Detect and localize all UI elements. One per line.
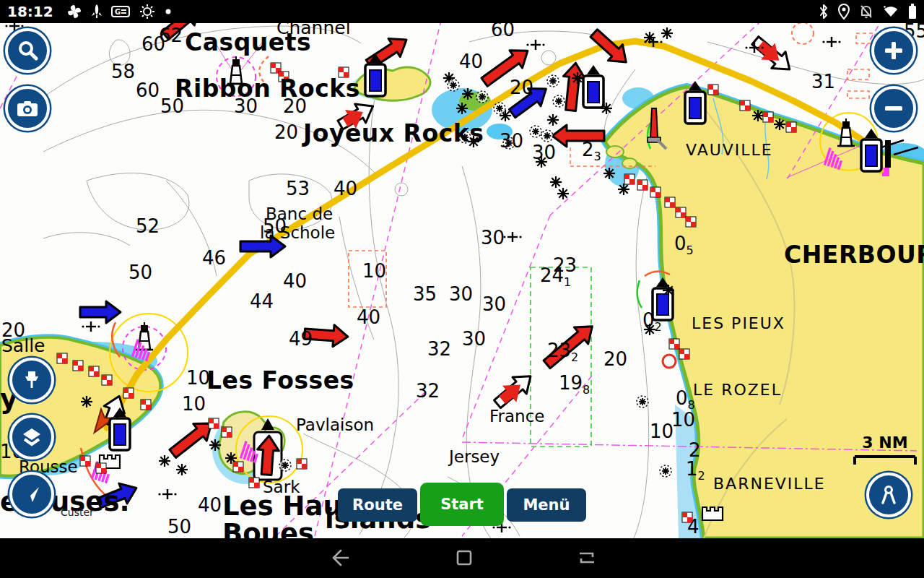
- current-arrow-blue: [95, 478, 140, 514]
- submerged-rock-icon: [448, 79, 459, 91]
- rock-icon: [225, 452, 237, 464]
- place-label: BARNEVILLE: [713, 475, 826, 492]
- depth-label: 10: [186, 367, 210, 389]
- depth-label: 30: [462, 328, 486, 350]
- layers-button[interactable]: [9, 415, 54, 460]
- marina-icon: [92, 462, 111, 483]
- locate-button[interactable]: [9, 472, 54, 517]
- danger-rock-icon: [80, 456, 90, 466]
- place-label: la Schole: [260, 224, 335, 241]
- depth-label: 30: [500, 130, 523, 152]
- rock-icon: [603, 168, 615, 179]
- rock-awash-icon: [745, 43, 763, 53]
- recents-icon[interactable]: [575, 545, 599, 570]
- danger-rock-icon: [786, 122, 796, 132]
- depth-label: 40: [198, 494, 222, 516]
- zoom-in-button[interactable]: [871, 28, 916, 73]
- danger-rock-icon: [209, 418, 219, 428]
- depth-label: 35: [413, 283, 437, 305]
- submerged-rock-icon: [637, 396, 648, 407]
- search-button[interactable]: [5, 28, 50, 73]
- landmasses: [0, 67, 924, 538]
- rock-icon: [550, 176, 562, 188]
- route-button[interactable]: Route: [338, 488, 417, 522]
- rock-icon: [443, 72, 455, 84]
- danger-rock-icon: [102, 375, 112, 385]
- place-label: Pavlaison: [296, 416, 374, 434]
- depth-label: 08: [676, 387, 695, 412]
- submerged-rock-icon: [279, 460, 291, 471]
- topmark-icon: [261, 418, 274, 430]
- rock-icon: [547, 114, 559, 126]
- current-arrow-blue: [506, 80, 553, 122]
- camera-button[interactable]: [5, 86, 50, 131]
- notifications-off-icon: [859, 4, 873, 20]
- danger-rock-icon: [297, 459, 307, 469]
- gear-icon: [139, 4, 155, 20]
- place-label: Jersey: [449, 448, 500, 465]
- danger-rock-icon: [73, 361, 83, 371]
- depth-label: 30: [482, 293, 506, 315]
- depth-label: 20: [1, 319, 25, 341]
- clock: 18:12: [7, 3, 53, 20]
- depth-label: 4: [687, 516, 699, 538]
- pin-button[interactable]: [9, 358, 54, 402]
- depth-label: 31: [811, 71, 835, 92]
- depth-label: 10: [182, 393, 206, 415]
- danger-rock-icon: [665, 197, 675, 207]
- place-label: LES PIEUX: [692, 315, 785, 332]
- search-icon: [17, 40, 38, 61]
- current-arrow-red: [166, 415, 218, 462]
- menu-button[interactable]: Menü: [507, 488, 586, 522]
- depth-label: 20: [283, 95, 307, 117]
- rock-icon: [618, 184, 629, 195]
- depth-label: 50: [263, 215, 287, 237]
- dividers-icon: [878, 484, 899, 506]
- current-arrow-red: [560, 62, 587, 112]
- danger-rock-icon: [682, 512, 692, 522]
- submerged-rock-icon: [553, 95, 565, 107]
- danger-rock-icon: [669, 339, 679, 349]
- current-arrow-red: [540, 318, 599, 373]
- current-arrow-blue: [240, 236, 285, 257]
- current-arrow-red: [363, 31, 412, 74]
- depth-label: 40: [283, 270, 307, 292]
- depth-label: 2: [689, 439, 701, 461]
- status-right-icons: [819, 4, 917, 20]
- zoom-out-button[interactable]: [871, 86, 916, 131]
- danger-rock-icon: [271, 63, 281, 73]
- rock-icon: [572, 72, 583, 84]
- depth-label: 10: [362, 260, 386, 282]
- dot-icon: [165, 8, 172, 15]
- rock-icon: [500, 110, 511, 121]
- current-arrow-blue: [80, 301, 121, 323]
- depth-label: 40: [334, 178, 357, 199]
- rock-icon: [176, 464, 188, 475]
- depth-label: 30: [234, 95, 258, 117]
- place-label: Les Fosses: [206, 368, 354, 394]
- depth-label: 30: [481, 227, 505, 249]
- home-icon[interactable]: [452, 545, 476, 570]
- buoy-icon: [861, 129, 881, 171]
- depth-label: 62: [159, 25, 183, 46]
- pushpin-icon: [21, 369, 43, 391]
- danger-rock-icon: [339, 67, 349, 77]
- chimney-icon: [648, 108, 666, 149]
- depth-label: 232: [547, 340, 578, 364]
- back-icon[interactable]: [326, 545, 351, 570]
- rock-icon: [81, 396, 92, 407]
- depth-label: 02: [642, 309, 662, 334]
- depth-label: 46: [202, 247, 226, 269]
- depth-label: 198: [559, 372, 590, 397]
- rock-awash-icon: [82, 322, 100, 332]
- depth-label: 60: [136, 79, 160, 101]
- rock-icon: [644, 324, 655, 335]
- start-button[interactable]: Start: [420, 483, 504, 526]
- depth-label: 20: [510, 77, 533, 98]
- submerged-rock-icon: [476, 91, 488, 103]
- current-arrow-red: [304, 323, 349, 348]
- land-detail: [693, 94, 918, 538]
- danger-rock-icon: [624, 174, 635, 184]
- depth-label: 40: [459, 51, 483, 72]
- measure-button[interactable]: [866, 473, 911, 517]
